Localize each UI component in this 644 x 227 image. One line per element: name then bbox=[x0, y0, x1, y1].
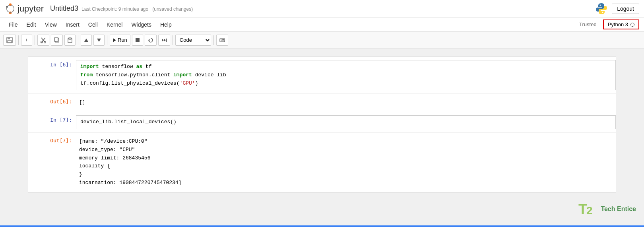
svg-point-2 bbox=[7, 5, 14, 12]
keyboard-icon bbox=[219, 37, 225, 43]
cell-7-output-area: [name: "/device:CPU:0" device_type: "CPU… bbox=[76, 136, 616, 189]
svg-rect-15 bbox=[54, 38, 58, 41]
watermark: T 2 Tech Entice bbox=[578, 199, 636, 215]
menu-file[interactable]: File bbox=[5, 20, 22, 29]
svg-point-3 bbox=[6, 6, 8, 8]
jupyter-logo: jupyter bbox=[5, 3, 44, 14]
app-name: jupyter bbox=[17, 4, 44, 14]
stop-icon bbox=[135, 38, 140, 43]
cell-6-in-prompt: In [6]: bbox=[28, 60, 76, 68]
notebook-area: In [6]: import tensorflow as tf from ten… bbox=[0, 49, 644, 215]
separator-5 bbox=[173, 35, 173, 45]
restart-icon bbox=[148, 37, 153, 43]
paste-icon bbox=[68, 37, 72, 43]
cell-6-output: Out[6]: [] bbox=[28, 94, 616, 112]
jupyter-logo-icon bbox=[5, 3, 16, 14]
cell-6-out-prompt: Out[6]: bbox=[28, 97, 76, 105]
keyword-import: import bbox=[80, 64, 99, 70]
svg-rect-20 bbox=[136, 38, 140, 42]
separator-6 bbox=[213, 35, 214, 45]
separator-2 bbox=[35, 35, 35, 45]
svg-rect-25 bbox=[220, 39, 225, 42]
svg-rect-28 bbox=[223, 39, 224, 40]
svg-marker-21 bbox=[149, 39, 150, 41]
run-triangle-icon bbox=[113, 38, 116, 42]
svg-text:2: 2 bbox=[586, 204, 593, 215]
cell-type-dropdown[interactable]: Code Markdown Raw NBConvert Heading bbox=[175, 35, 211, 46]
move-down-button[interactable] bbox=[93, 35, 105, 46]
kernel-status-icon bbox=[630, 23, 634, 27]
logo-area: jupyter bbox=[5, 3, 44, 14]
arrow-down-icon bbox=[97, 38, 101, 43]
cell-7-input: In [7]: device_lib.list_local_devices() bbox=[28, 112, 616, 133]
svg-point-0 bbox=[9, 3, 12, 6]
cell-6-output-area: [] bbox=[76, 97, 616, 109]
cell-7-input-area[interactable]: device_lib.list_local_devices() bbox=[76, 115, 616, 129]
toolbar: + Run bbox=[0, 32, 644, 49]
separator-1 bbox=[18, 35, 19, 45]
svg-rect-17 bbox=[69, 38, 71, 39]
svg-rect-26 bbox=[221, 39, 221, 40]
menu-help[interactable]: Help bbox=[156, 20, 176, 29]
svg-marker-19 bbox=[97, 39, 101, 42]
fast-forward-icon bbox=[161, 38, 167, 43]
keyboard-shortcut-button[interactable] bbox=[216, 35, 228, 46]
top-right: Logout bbox=[595, 2, 639, 15]
paste-button[interactable] bbox=[64, 35, 76, 46]
notebook-container: In [6]: import tensorflow as tf from ten… bbox=[28, 56, 616, 193]
copy-icon bbox=[54, 37, 60, 43]
svg-rect-7 bbox=[8, 37, 10, 39]
menu-kernel[interactable]: Kernel bbox=[103, 20, 126, 29]
fast-forward-button[interactable] bbox=[158, 35, 170, 46]
svg-marker-22 bbox=[162, 39, 164, 42]
menu-view[interactable]: View bbox=[41, 20, 61, 29]
arrow-up-icon bbox=[84, 38, 89, 43]
svg-rect-27 bbox=[222, 39, 223, 40]
stop-button[interactable] bbox=[132, 35, 143, 46]
restart-button[interactable] bbox=[145, 35, 157, 46]
svg-point-4 bbox=[600, 4, 601, 6]
move-up-button[interactable] bbox=[81, 35, 92, 46]
copy-button[interactable] bbox=[51, 35, 63, 46]
separator-3 bbox=[78, 35, 78, 45]
add-cell-button[interactable]: + bbox=[21, 35, 32, 46]
cut-icon bbox=[41, 37, 46, 43]
notebook-title-area: Untitled3 Last Checkpoint: 9 minutes ago… bbox=[50, 4, 595, 13]
menubar: File Edit View Insert Cell Kernel Widget… bbox=[0, 17, 644, 32]
menu-cell[interactable]: Cell bbox=[84, 20, 102, 29]
svg-marker-23 bbox=[164, 39, 166, 42]
cell-7-output: Out[7]: [name: "/device:CPU:0" device_ty… bbox=[28, 133, 616, 192]
svg-rect-9 bbox=[10, 38, 11, 39]
menu-insert[interactable]: Insert bbox=[62, 20, 83, 29]
cut-button[interactable] bbox=[37, 35, 49, 46]
cell-7-out-prompt: Out[7]: bbox=[28, 136, 76, 144]
save-icon bbox=[6, 37, 13, 43]
cell-7-in-prompt: In [7]: bbox=[28, 115, 76, 123]
svg-point-5 bbox=[602, 12, 603, 13]
trusted-badge: Trusted bbox=[577, 21, 599, 28]
svg-marker-18 bbox=[84, 39, 88, 42]
topbar: jupyter Untitled3 Last Checkpoint: 9 min… bbox=[0, 0, 644, 17]
menu-items: File Edit View Insert Cell Kernel Widget… bbox=[5, 20, 176, 29]
save-button[interactable] bbox=[3, 35, 16, 46]
run-label: Run bbox=[118, 37, 127, 43]
watermark-logo-icon: T 2 bbox=[578, 199, 597, 215]
menu-widgets[interactable]: Widgets bbox=[127, 20, 155, 29]
python-logo-icon bbox=[595, 2, 608, 15]
svg-point-1 bbox=[9, 12, 12, 14]
notebook-name[interactable]: Untitled3 bbox=[50, 4, 78, 13]
cell-6-input-area[interactable]: import tensorflow as tf from tensorflow.… bbox=[76, 60, 616, 90]
separator-4 bbox=[107, 35, 107, 45]
keyword-from: from bbox=[80, 72, 93, 78]
svg-rect-8 bbox=[8, 41, 12, 43]
cell-6-input: In [6]: import tensorflow as tf from ten… bbox=[28, 57, 616, 94]
svg-rect-24 bbox=[166, 39, 167, 42]
watermark-text: Tech Entice bbox=[601, 206, 636, 213]
menu-edit[interactable]: Edit bbox=[23, 20, 40, 29]
svg-text:T: T bbox=[578, 201, 587, 215]
svg-rect-29 bbox=[221, 41, 224, 41]
logout-button[interactable]: Logout bbox=[612, 4, 639, 14]
kernel-name-label: Python 3 bbox=[608, 21, 628, 27]
menu-right: Trusted Python 3 bbox=[577, 19, 639, 29]
run-button[interactable]: Run bbox=[110, 35, 130, 46]
